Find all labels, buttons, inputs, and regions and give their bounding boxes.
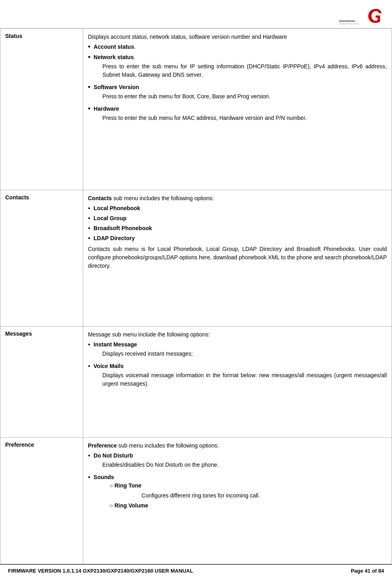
ring-tone-label: Ring Tone [114, 482, 141, 489]
item-subtext: Enables/disables Do Not Disturb on the p… [102, 461, 219, 469]
item-label: Instant Message [94, 341, 137, 348]
bullet-icon: • [88, 105, 90, 113]
contacts-closing: Contacts sub menu is for Local Phonebook… [88, 245, 387, 270]
messages-label: Messages [0, 326, 83, 438]
bullet-icon: ● [88, 364, 90, 368]
list-item: ● Do Not Disturb Enables/disables Do Not… [88, 452, 387, 472]
item-subtext: Press to enter the sub menu for Boot, Co… [102, 92, 270, 101]
item-label: Broadsoft Phonebook [94, 224, 152, 233]
bullet-icon: • [88, 53, 90, 62]
svg-text:Grandstream: Grandstream [339, 19, 356, 22]
item-label: Network status [94, 54, 133, 60]
contacts-bold-word: Contacts [88, 195, 112, 201]
messages-intro: Message sub menu include the following o… [88, 330, 387, 339]
item-subtext: Press to enter the sub menu for IP setti… [102, 62, 387, 79]
item-label: LDAP Directory [94, 234, 135, 243]
item-label: Local Group [94, 214, 126, 223]
preference-label: Preference [0, 437, 83, 564]
svg-text:Innovative IP Voice & Video: Innovative IP Voice & Video [339, 22, 359, 24]
logo: Grandstream Innovative IP Voice & Video [336, 4, 384, 26]
ring-tone-subtext: Configures different ring tones for inco… [141, 491, 260, 500]
preference-list: ● Do Not Disturb Enables/disables Do Not… [88, 452, 387, 511]
item-label: Hardware [94, 105, 119, 112]
contacts-content: Contacts sub menu includes the following… [83, 190, 392, 326]
item-label: Do Not Disturb [94, 452, 133, 459]
status-intro: Displays account status, network status,… [88, 33, 387, 41]
item-label: Sounds [94, 474, 114, 480]
list-item: • Hardware Press to enter the sub menu f… [88, 105, 387, 125]
bullet-icon: ● [88, 216, 90, 221]
list-item: ● Local Phonebook [88, 204, 387, 213]
bullet-icon: ● [88, 236, 90, 241]
contacts-label: Contacts [0, 190, 83, 326]
item-subtext: Displays received instant messages; [102, 350, 193, 358]
list-item: ● Instant Message Displays received inst… [88, 340, 387, 360]
status-list: • Account status. • Network status. Pres… [88, 43, 387, 125]
item-suffix: . [134, 44, 135, 50]
item-subtext: Press to enter the sub menu for MAC addr… [102, 114, 306, 122]
ring-tone-item: ○ Ring Tone [109, 481, 260, 490]
preference-bold-word: Preference [88, 442, 117, 449]
ring-sub-list: ○ Ring Tone Configures different ring to… [109, 481, 260, 510]
messages-row: Messages Message sub menu include the fo… [0, 326, 392, 438]
item-label: Local Phonebook [94, 204, 140, 213]
page-footer: FIRMWARE VERSION 1.0.1.14 GXP2130/GXP214… [0, 564, 392, 577]
preference-content: Preference sub menu includes the followi… [83, 437, 392, 564]
list-item: • Network status. Press to enter the sub… [88, 53, 387, 82]
contacts-row: Contacts Contacts sub menu includes the … [0, 190, 392, 326]
bullet-icon: ● [88, 475, 90, 480]
contacts-intro: Contacts sub menu includes the following… [88, 194, 387, 203]
page-header: Grandstream Innovative IP Voice & Video [0, 0, 392, 28]
status-label: Status [0, 29, 83, 190]
content-table: Status Displays account status, network … [0, 28, 392, 564]
preference-intro: Preference sub menu includes the followi… [88, 442, 387, 450]
messages-content: Message sub menu include the following o… [83, 326, 392, 438]
footer-left: FIRMWARE VERSION 1.0.1.14 GXP2130/GXP214… [8, 568, 193, 574]
preference-row: Preference Preference sub menu includes … [0, 437, 392, 564]
page-wrapper: Grandstream Innovative IP Voice & Video … [0, 0, 392, 577]
bullet-icon: ● [88, 226, 90, 231]
status-content: Displays account status, network status,… [83, 29, 392, 190]
bullet-icon: ● [88, 206, 90, 211]
footer-right: Page 41 of 84 [351, 568, 384, 574]
list-item: ● Voice Mails Displays voicemail message… [88, 362, 387, 390]
grandstream-logo: Grandstream Innovative IP Voice & Video [338, 5, 382, 25]
list-item: ● Broadsoft Phonebook [88, 224, 387, 233]
bullet-icon: • [88, 43, 90, 52]
bullet-icon: • [88, 83, 90, 92]
ring-volume-label: Ring Volume [114, 502, 148, 509]
list-item: ● LDAP Directory [88, 234, 387, 243]
list-item: ● Local Group [88, 214, 387, 223]
item-label: Account status [94, 44, 134, 50]
list-item: • Software Version Press to enter the su… [88, 83, 387, 103]
messages-list: ● Instant Message Displays received inst… [88, 340, 387, 390]
item-label: Software Version [94, 84, 139, 90]
bullet-icon: ● [88, 453, 90, 458]
bullet-icon: ● [88, 342, 90, 347]
ring-volume-item: ○ Ring Volume [109, 501, 260, 510]
item-subtext: Displays voicemail message information i… [102, 371, 387, 388]
list-item: ● Sounds ○ Ring Tone Configures differen… [88, 473, 387, 511]
list-item: • Account status. [88, 43, 387, 52]
item-label: Voice Mails [94, 363, 123, 369]
status-row: Status Displays account status, network … [0, 29, 392, 190]
item-suffix: . [134, 54, 135, 60]
contacts-list: ● Local Phonebook ● Local Group ● Broads… [88, 204, 387, 243]
